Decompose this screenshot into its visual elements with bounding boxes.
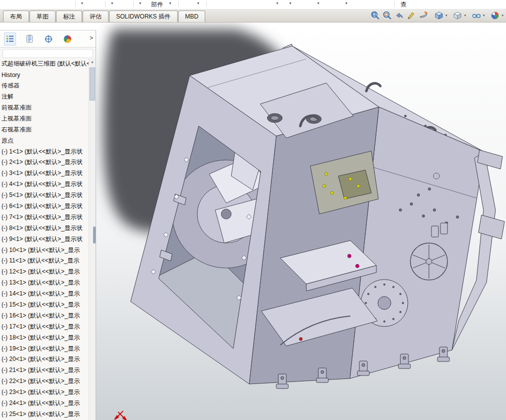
- displaymanager-icon[interactable]: [62, 33, 73, 45]
- toolbar-dropdown-arrow-icon[interactable]: ▾: [345, 1, 347, 6]
- toolbar-dropdown-arrow-icon[interactable]: ▾: [289, 1, 291, 6]
- menu-item-component[interactable]: 部件: [151, 0, 163, 9]
- ribbon-tab-label: 布局: [10, 13, 22, 20]
- zoom-to-area-icon[interactable]: [382, 10, 393, 20]
- tree-item-label: (-) 20<1> (默认<<默认>_显示: [2, 355, 80, 364]
- ribbon-tab-label: SOLIDWORKS 插件: [116, 13, 171, 20]
- tree-item[interactable]: 原点: [0, 135, 89, 146]
- ribbon-tab-label: 标注: [63, 13, 75, 20]
- tree-item[interactable]: 传感器: [0, 80, 89, 92]
- ribbon-tab[interactable]: SOLIDWORKS 插件: [109, 10, 178, 22]
- toolbar-dropdown-arrow-icon[interactable]: ▾: [81, 1, 83, 6]
- ribbon-tab-label: MBD: [185, 13, 199, 20]
- tree-item-label: (-) 21<1> (默认<<默认>_显示: [2, 366, 80, 374]
- tree-item[interactable]: (-) 10<1> (默认<<默认>_显示: [0, 244, 89, 256]
- tree-item[interactable]: (-) 20<1> (默认<<默认>_显示: [0, 354, 89, 365]
- section-view-icon[interactable]: [418, 10, 429, 20]
- tree-item[interactable]: (-) 8<1> (默认<<默认>_显示状: [0, 222, 89, 234]
- panel-splitter-grip[interactable]: [93, 226, 96, 244]
- scrollbar-thumb[interactable]: [90, 68, 95, 100]
- toolbar-dropdown-arrow-icon[interactable]: ▾: [197, 1, 199, 6]
- tree-item[interactable]: (-) 25<1> (默认<<默认>_显示: [0, 409, 89, 420]
- ribbon-tab[interactable]: 布局: [3, 10, 29, 22]
- zoom-to-fit-icon[interactable]: [370, 10, 381, 20]
- feature-tree: 式超细破碎机三维图 (默认<默认< History 传感器 注解: [0, 58, 89, 420]
- hide-show-items-icon[interactable]: [471, 10, 482, 20]
- tree-item[interactable]: (-) 4<1> (默认<<默认>_显示状: [0, 179, 89, 190]
- edit-appearance-icon[interactable]: [489, 10, 500, 20]
- scroll-up-icon[interactable]: ▲: [89, 58, 96, 64]
- solidworks-window: ▾ ▾ ▾ 部件 ▾ ▾ ▾ ▾ ▾ ▾ 查 布局 草图 标注: [0, 0, 506, 420]
- tree-item[interactable]: (-) 7<1> (默认<<默认>_显示状: [0, 212, 89, 222]
- tree-item[interactable]: (-) 1<1> (默认<<默认>_显示状: [0, 146, 89, 157]
- tree-item[interactable]: (-) 24<1> (默认<<默认>_显示: [0, 398, 89, 409]
- tree-item-label: History: [2, 72, 20, 78]
- ribbon-tab[interactable]: MBD: [178, 10, 206, 22]
- flyout-arrow-icon[interactable]: >: [90, 34, 93, 42]
- tree-item-label: (-) 1<1> (默认<<默认>_显示状: [2, 148, 83, 156]
- tree-item[interactable]: (-) 21<1> (默认<<默认>_显示: [0, 365, 89, 376]
- tree-item[interactable]: (-) 3<1> (默认<<默认>_显示状: [0, 168, 89, 179]
- tree-item[interactable]: (-) 17<1> (默认<<默认>_显示: [0, 321, 89, 332]
- dropdown-arrow-icon[interactable]: ▾: [501, 14, 503, 18]
- tree-item-label: (-) 5<1> (默认<<默认>_显示状: [2, 191, 83, 200]
- tree-item[interactable]: (-) 11<1> (默认<<默认>_显示: [0, 256, 89, 266]
- tree-item[interactable]: (-) 9<1> (默认<<默认>_显示状: [0, 234, 89, 244]
- ribbon-tab[interactable]: 评估: [83, 10, 109, 22]
- tree-item-label: (-) 7<1> (默认<<默认>_显示状: [2, 213, 83, 222]
- tree-item-label: (-) 12<1> (默认<<默认>_显示: [2, 268, 80, 276]
- origin-triad-icon: [115, 411, 127, 420]
- featuremanager-icon[interactable]: [4, 32, 16, 46]
- menu-separator: [178, 1, 179, 8]
- tree-item[interactable]: History: [0, 70, 89, 80]
- previous-view-icon[interactable]: [394, 10, 405, 20]
- tree-item-label: (-) 14<1> (默认<<默认>_显示: [2, 290, 80, 298]
- view-orientation-icon[interactable]: [433, 10, 444, 20]
- ribbon-tabs: 布局 草图 标注 评估 SOLIDWORKS 插件: [3, 10, 206, 22]
- toolbar-dropdown-arrow-icon[interactable]: ▾: [317, 1, 319, 6]
- 3d-drawing-view-icon[interactable]: [406, 10, 417, 20]
- tree-item[interactable]: 注解: [0, 92, 89, 102]
- tree-item[interactable]: (-) 16<1> (默认<<默认>_显示: [0, 310, 89, 321]
- tree-item[interactable]: (-) 22<1> (默认<<默认>_显示: [0, 376, 89, 387]
- toolbar-dropdown-arrow-icon[interactable]: ▾: [111, 1, 113, 6]
- dropdown-arrow-icon[interactable]: ▾: [464, 14, 466, 18]
- tree-item[interactable]: (-) 19<1> (默认<<默认>_显示: [0, 343, 89, 354]
- tree-item-label: 注解: [2, 92, 14, 101]
- tree-item[interactable]: (-) 18<1> (默认<<默认>_显示: [0, 332, 89, 343]
- propertymanager-icon[interactable]: [24, 33, 35, 45]
- tree-item[interactable]: (-) 12<1> (默认<<默认>_显示: [0, 266, 89, 278]
- tree-item[interactable]: (-) 6<1> (默认<<默认>_显示状: [0, 201, 89, 212]
- menu-item-view[interactable]: 查: [400, 0, 406, 9]
- tree-item[interactable]: 上视基准面: [0, 113, 89, 124]
- tree-item[interactable]: (-) 13<1> (默认<<默认>_显示: [0, 278, 89, 288]
- tree-item[interactable]: 前视基准面: [0, 102, 89, 114]
- tree-item-label: (-) 13<1> (默认<<默认>_显示: [2, 278, 80, 287]
- tree-item[interactable]: 右视基准面: [0, 124, 89, 135]
- tree-item[interactable]: (-) 2<1> (默认<<默认>_显示状: [0, 157, 89, 168]
- toolbar-dropdown-arrow-icon[interactable]: ▾: [139, 1, 141, 6]
- tree-item[interactable]: (-) 14<1> (默认<<默认>_显示: [0, 288, 89, 300]
- tree-item-label: (-) 4<1> (默认<<默认>_显示状: [2, 180, 83, 188]
- tree-item[interactable]: (-) 23<1> (默认<<默认>_显示: [0, 387, 89, 398]
- tree-item-label: (-) 18<1> (默认<<默认>_显示: [2, 334, 80, 342]
- tree-item-label: 传感器: [2, 82, 20, 90]
- tree-item[interactable]: (-) 5<1> (默认<<默认>_显示状: [0, 190, 89, 201]
- ribbon-tab[interactable]: 标注: [56, 10, 82, 22]
- dropdown-arrow-icon[interactable]: ▾: [483, 14, 485, 18]
- tree-folder-list: History 传感器 注解 前视基准面 上视基准面: [0, 70, 89, 146]
- dropdown-arrow-icon[interactable]: ▾: [445, 14, 447, 18]
- toolbar-dropdown-arrow-icon[interactable]: ▾: [276, 1, 278, 6]
- tree-component-list: (-) 1<1> (默认<<默认>_显示状 (-) 2<1> (默认<<默认>_…: [0, 146, 89, 420]
- machine-model[interactable]: [131, 44, 504, 388]
- tree-item-label: (-) 23<1> (默认<<默认>_显示: [2, 388, 80, 396]
- tree-item-label: (-) 3<1> (默认<<默认>_显示状: [2, 169, 83, 178]
- tree-item[interactable]: (-) 15<1> (默认<<默认>_显示: [0, 300, 89, 310]
- display-style-icon[interactable]: [452, 10, 463, 20]
- tree-root-item[interactable]: 式超细破碎机三维图 (默认<默认<: [0, 58, 89, 70]
- toolbar-dropdown-arrow-icon[interactable]: ▾: [169, 1, 171, 6]
- dimxpertmanager-icon[interactable]: [43, 33, 54, 45]
- tree-filter-box[interactable]: [3, 49, 93, 58]
- ribbon-tab[interactable]: 草图: [30, 10, 56, 22]
- tree-item-label: (-) 22<1> (默认<<默认>_显示: [2, 377, 80, 386]
